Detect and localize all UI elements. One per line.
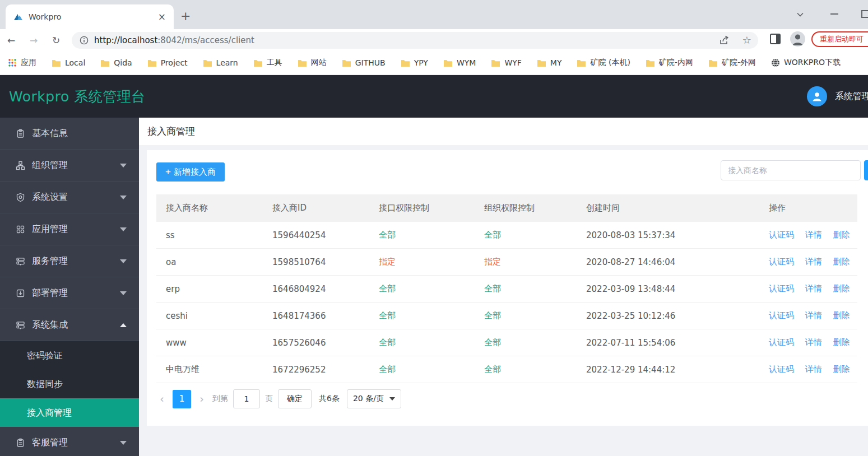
auth-code-link[interactable]: 认证码	[769, 257, 794, 267]
goto-page-input[interactable]	[233, 389, 260, 408]
browser-profile-icon[interactable]	[790, 31, 805, 46]
api-perm-link[interactable]: 全部	[379, 283, 396, 294]
bookmark-star-icon[interactable]: ☆	[742, 34, 751, 46]
sidebar-item-org-mgmt[interactable]: 组织管理	[0, 150, 139, 182]
detail-link[interactable]: 详情	[805, 310, 822, 320]
bookmark-item[interactable]: 矿院-内网	[646, 58, 693, 68]
pagination: ‹ 1 › 到第 页 确定 共6条 20 条/页	[156, 389, 401, 408]
tab-search-chevron-icon[interactable]	[796, 10, 805, 19]
chevron-down-icon	[120, 196, 127, 199]
sidebar-item-system-settings[interactable]: 系统设置	[0, 182, 139, 213]
detail-link[interactable]: 详情	[805, 364, 822, 374]
sidebar-subitem-data-sync[interactable]: 数据同步	[0, 370, 139, 398]
window-minimize-button[interactable]	[830, 13, 838, 15]
bookmark-label: Learn	[216, 58, 238, 67]
forward-icon[interactable]: →	[22, 35, 45, 46]
window-maximize-button[interactable]	[861, 10, 868, 18]
auth-code-link[interactable]: 认证码	[769, 364, 794, 374]
api-perm-link[interactable]: 全部	[379, 337, 396, 347]
detail-link[interactable]: 详情	[805, 257, 822, 267]
detail-link[interactable]: 详情	[805, 230, 822, 240]
api-perm-link[interactable]: 全部	[379, 364, 396, 374]
back-icon[interactable]: ←	[0, 35, 22, 46]
side-panel-icon[interactable]	[770, 34, 781, 44]
delete-link[interactable]: 删除	[833, 310, 850, 320]
sidebar-subitem-access-provider-mgmt[interactable]: 接入商管理	[0, 398, 139, 427]
sidebar-item-customer-service[interactable]: 客服管理	[0, 427, 139, 456]
folder-icon	[253, 59, 263, 67]
delete-link[interactable]: 删除	[833, 230, 850, 240]
bookmark-item-apps[interactable]: 应用	[8, 58, 36, 68]
page-size-select[interactable]: 20 条/页	[347, 389, 401, 408]
bookmark-item[interactable]: 矿院 (本机)	[577, 58, 630, 68]
bookmark-label: MY	[550, 58, 562, 67]
next-page-icon[interactable]: ›	[196, 393, 207, 405]
org-perm-link[interactable]: 全部	[484, 230, 501, 240]
page-info-icon[interactable]	[80, 36, 89, 45]
tab-close-icon[interactable]: ×	[158, 11, 166, 22]
user-avatar[interactable]	[807, 86, 827, 106]
sidebar-item-system-integration[interactable]: 系统集成	[0, 309, 139, 341]
bookmark-item[interactable]: GITHUB	[342, 58, 386, 67]
bookmark-item[interactable]: Local	[52, 58, 85, 67]
bookmark-item[interactable]: Project	[147, 58, 188, 67]
workpro-favicon	[13, 12, 23, 22]
url-box[interactable]: http://localhost:8042/ms/access/client ☆	[72, 32, 758, 49]
sidebar-item-service-mgmt[interactable]: 服务管理	[0, 245, 139, 277]
bookmark-item[interactable]: YPY	[401, 58, 428, 67]
delete-link[interactable]: 删除	[833, 337, 850, 347]
browser-update-button[interactable]: 重新启动即可	[811, 31, 868, 47]
delete-link[interactable]: 删除	[833, 364, 850, 374]
api-perm-link[interactable]: 全部	[379, 310, 396, 320]
auth-code-link[interactable]: 认证码	[769, 230, 794, 240]
user-name[interactable]: 系统管理员	[835, 91, 868, 103]
folder-icon	[203, 59, 212, 67]
plus-icon: +	[165, 166, 171, 178]
bookmark-item[interactable]: 矿院-外网	[708, 58, 756, 68]
sidebar-item-deploy-mgmt[interactable]: 部署管理	[0, 277, 139, 309]
bookmark-item[interactable]: MY	[537, 58, 562, 67]
org-perm-link[interactable]: 全部	[484, 310, 501, 320]
system-integration-submenu: 密码验证 数据同步 接入商管理	[0, 341, 139, 427]
reload-icon[interactable]: ↻	[45, 35, 67, 46]
detail-link[interactable]: 详情	[805, 283, 822, 294]
col-header-api: 接口权限控制	[369, 203, 475, 213]
org-perm-link[interactable]: 指定	[484, 257, 501, 267]
auth-code-link[interactable]: 认证码	[769, 283, 794, 294]
sidebar-subitem-password-verify[interactable]: 密码验证	[0, 341, 139, 370]
confirm-button[interactable]: 确定	[278, 389, 312, 408]
delete-link[interactable]: 删除	[833, 283, 850, 294]
bookmark-item[interactable]: WORKPRO下载	[771, 58, 841, 68]
provider-name-search-input[interactable]	[721, 160, 861, 180]
org-perm-link[interactable]: 全部	[484, 337, 501, 347]
new-tab-button[interactable]: +	[180, 10, 191, 22]
bookmark-item[interactable]: 工具	[253, 58, 282, 68]
search-button[interactable]	[864, 160, 868, 180]
auth-code-link[interactable]: 认证码	[769, 310, 794, 320]
sidebar-item-basic-info[interactable]: 基本信息	[0, 118, 139, 150]
bookmark-label: YPY	[414, 58, 428, 67]
bookmark-item[interactable]: WYF	[491, 58, 521, 67]
sidebar-item-label: 应用管理	[32, 224, 120, 235]
org-perm-link[interactable]: 全部	[484, 364, 501, 374]
sidebar-item-app-mgmt[interactable]: 应用管理	[0, 213, 139, 245]
api-perm-link[interactable]: 指定	[379, 257, 396, 267]
browser-tab[interactable]: Workpro ×	[6, 4, 174, 29]
share-icon[interactable]	[719, 35, 730, 45]
add-provider-button[interactable]: + 新增接入商	[156, 162, 225, 182]
server-icon	[16, 320, 25, 330]
prev-page-icon[interactable]: ‹	[156, 393, 168, 405]
api-perm-link[interactable]: 全部	[379, 230, 396, 240]
bookmark-item[interactable]: Qida	[100, 58, 132, 67]
detail-link[interactable]: 详情	[805, 337, 822, 347]
delete-link[interactable]: 删除	[833, 257, 850, 267]
auth-code-link[interactable]: 认证码	[769, 337, 794, 347]
cell-name: www	[156, 338, 263, 348]
bookmark-item[interactable]: Learn	[203, 58, 238, 67]
sidebar-item-label: 系统设置	[32, 192, 120, 203]
page-number-button[interactable]: 1	[173, 390, 191, 408]
cell-id: 1598510764	[263, 257, 369, 267]
org-perm-link[interactable]: 全部	[484, 283, 501, 294]
bookmark-item[interactable]: WYM	[443, 58, 476, 67]
bookmark-item[interactable]: 网站	[298, 58, 327, 68]
